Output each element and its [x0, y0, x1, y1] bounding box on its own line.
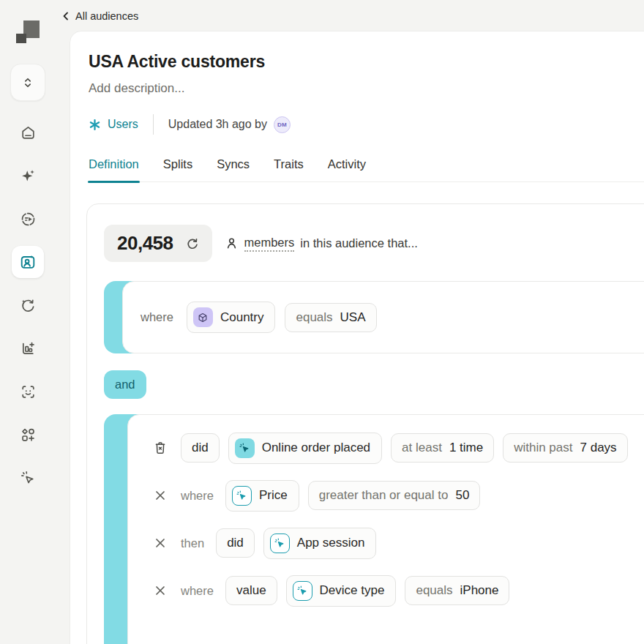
- operator-value: USA: [340, 310, 366, 325]
- member-count: 20,458: [117, 232, 173, 255]
- frequency-value: 1 time: [449, 441, 483, 455]
- event-chip-label: App session: [297, 536, 365, 550]
- sidebar-item-engage[interactable]: [12, 203, 44, 235]
- tab-bar: Definition Splits Syncs Traits Activity: [88, 157, 644, 182]
- chips: Price greater than or equal to 50: [225, 480, 480, 512]
- row-keyword: then: [181, 536, 204, 550]
- analytics-chart-icon: [20, 340, 37, 357]
- face-scan-icon: [20, 383, 37, 400]
- member-count-row: 20,458 members in this audience that..: [104, 225, 644, 262]
- sidebar-nav: [12, 116, 44, 494]
- chevron-left-icon: [61, 12, 70, 20]
- trash-icon[interactable]: [151, 440, 169, 456]
- tab-syncs[interactable]: Syncs: [216, 157, 250, 181]
- operator-text: greater than or equal to: [319, 488, 449, 503]
- property-chip-price[interactable]: Price: [225, 480, 299, 512]
- logo-square-small: [16, 34, 26, 43]
- property-chip-label: Price: [259, 488, 288, 503]
- workspace-switcher-button[interactable]: [10, 64, 45, 101]
- event-chip-label: Online order placed: [262, 441, 370, 455]
- segment-logo[interactable]: [13, 9, 44, 45]
- operator-value: iPhone: [460, 583, 499, 598]
- tab-definition[interactable]: Definition: [88, 157, 140, 181]
- operator-chip-equals-iphone[interactable]: equals iPhone: [405, 576, 509, 605]
- breadcrumb-back-all-audiences[interactable]: All audiences: [61, 8, 138, 24]
- description-placeholder[interactable]: Add description...: [89, 81, 644, 96]
- time-window-chip[interactable]: within past 7 days: [503, 433, 627, 463]
- sidebar-item-journeys[interactable]: [12, 462, 44, 494]
- member-count-pill: 20,458: [104, 225, 212, 262]
- engage-play-icon: [20, 211, 37, 228]
- sidebar-item-apps[interactable]: [12, 419, 44, 451]
- operator-text: equals: [416, 583, 452, 598]
- members-link[interactable]: members: [244, 236, 295, 252]
- frequency-chip[interactable]: at least 1 time: [391, 433, 494, 463]
- breadcrumb-label: All audiences: [75, 10, 138, 22]
- up-down-chevrons-icon: [20, 75, 35, 90]
- event-cursor-icon: [270, 533, 290, 553]
- tab-activity[interactable]: Activity: [327, 157, 367, 181]
- tab-traits[interactable]: Traits: [273, 157, 304, 181]
- home-icon: [20, 124, 37, 141]
- snowflake-icon: [89, 119, 101, 131]
- did-chip[interactable]: did: [181, 433, 220, 463]
- avatar-initials: DM: [277, 121, 287, 128]
- tab-splits[interactable]: Splits: [162, 157, 193, 181]
- row-keyword: where: [181, 584, 214, 598]
- sidebar-item-home[interactable]: [12, 116, 44, 149]
- and-connector-badge[interactable]: and: [104, 370, 146, 399]
- apps-shapes-icon: [20, 427, 37, 443]
- sync-loop-icon: [20, 297, 37, 314]
- event-chip-online-order-placed[interactable]: Online order placed: [228, 433, 382, 464]
- refresh-icon[interactable]: [185, 236, 199, 250]
- main-panel: USA Active customers Add description... …: [70, 31, 644, 644]
- did-chip[interactable]: did: [216, 528, 255, 558]
- property-chip-country[interactable]: Country: [187, 302, 276, 333]
- sidebar-item-ai-assistant[interactable]: [12, 160, 44, 192]
- cube-icon: [193, 307, 213, 327]
- row-keyword: where: [181, 489, 214, 503]
- operator-value: 50: [455, 488, 469, 503]
- event-cursor-icon: [293, 581, 312, 601]
- condition-group-2: did Online order placed: [104, 414, 644, 644]
- activity-cursor-icon: [20, 470, 37, 487]
- event-cursor-icon: [235, 438, 255, 458]
- event-chip-app-session[interactable]: App session: [263, 528, 377, 559]
- event-cursor-icon: [232, 486, 252, 506]
- close-icon[interactable]: [151, 488, 169, 503]
- value-chip[interactable]: value: [225, 576, 277, 605]
- operator-chip-gte-50[interactable]: greater than or equal to 50: [308, 481, 481, 510]
- time-window-value: 7 days: [580, 441, 617, 455]
- members-phrase: members in this audience that...: [225, 236, 418, 252]
- entity-users-link[interactable]: Users: [89, 118, 138, 131]
- operator-text: equals: [296, 310, 332, 325]
- sidebar-item-audiences[interactable]: [12, 246, 44, 278]
- avatar[interactable]: DM: [274, 116, 291, 133]
- person-icon: [225, 236, 239, 250]
- sidebar-item-analytics[interactable]: [12, 332, 44, 364]
- close-icon[interactable]: [151, 583, 169, 598]
- condition-keyword: where: [141, 310, 173, 324]
- sidebar: [0, 0, 56, 644]
- page-title[interactable]: USA Active customers: [89, 52, 644, 72]
- close-icon[interactable]: [151, 536, 169, 550]
- condition-row-price: where Price: [151, 479, 644, 512]
- condition-row-then-app-session: then did A: [151, 526, 644, 560]
- entity-label: Users: [108, 118, 138, 131]
- sidebar-item-identity[interactable]: [12, 375, 44, 408]
- condition-row-event: did Online order placed: [151, 431, 644, 465]
- audiences-person-card-icon: [19, 253, 37, 271]
- chips: did App session: [216, 528, 376, 559]
- chips: did Online order placed: [181, 433, 628, 464]
- chips: value Device type: [225, 575, 510, 607]
- operator-chip-equals-usa[interactable]: equals USA: [285, 303, 376, 332]
- sidebar-item-sync[interactable]: [12, 289, 44, 321]
- condition-row-device-type: where value: [151, 574, 644, 607]
- audience-meta-row: Users Updated 3h ago by DM: [89, 114, 644, 135]
- property-chip-device-type[interactable]: Device type: [286, 575, 397, 607]
- property-chip-label: Device type: [320, 583, 385, 598]
- members-suffix: in this audience that...: [300, 236, 418, 250]
- divider: [153, 114, 154, 135]
- condition-group-1: where Country equals USA: [104, 281, 644, 353]
- definition-card: 20,458 members in this audience that..: [86, 203, 644, 644]
